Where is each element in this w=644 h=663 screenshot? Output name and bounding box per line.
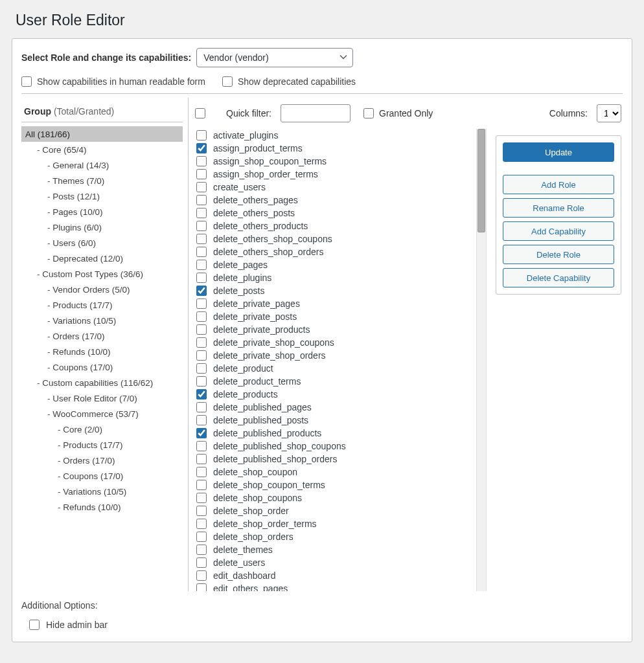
granted-only-option[interactable]: Granted Only — [363, 108, 433, 118]
capability-row: delete_pages — [195, 258, 476, 271]
quick-filter-input[interactable] — [281, 104, 351, 122]
group-node[interactable]: - Posts (12/1) — [43, 188, 183, 204]
granted-only-checkbox[interactable] — [363, 108, 374, 118]
select-role-label: Select Role and change its capabilities: — [21, 52, 191, 63]
capability-checkbox[interactable] — [196, 389, 207, 399]
group-node[interactable]: - General (14/3) — [43, 157, 183, 173]
capability-checkbox[interactable] — [196, 234, 207, 244]
role-select[interactable]: Vendor (vendor) — [196, 48, 353, 67]
update-button[interactable]: Update — [503, 142, 614, 162]
capability-row: delete_product — [195, 362, 476, 375]
group-node[interactable]: - Custom Post Types (36/6) — [33, 266, 183, 282]
capability-checkbox[interactable] — [196, 182, 207, 192]
group-node[interactable]: - Refunds (10/0) — [43, 344, 183, 359]
capability-label: delete_published_shop_coupons — [213, 441, 346, 451]
human-readable-option[interactable]: Show capabilities in human readable form — [21, 76, 205, 87]
capability-checkbox[interactable] — [196, 143, 207, 153]
scrollbar[interactable] — [476, 129, 487, 591]
delete-role-button[interactable]: Delete Role — [503, 245, 614, 264]
capability-checkbox[interactable] — [196, 337, 207, 348]
group-node[interactable]: - Refunds (10/0) — [54, 499, 183, 515]
group-node[interactable]: - Variations (10/5) — [54, 484, 183, 499]
group-node[interactable]: - Core (65/4) — [33, 142, 183, 157]
capability-label: assign_shop_coupon_terms — [213, 156, 327, 166]
group-node[interactable]: - Themes (7/0) — [43, 173, 183, 188]
group-node[interactable]: All (181/66) — [21, 126, 183, 142]
group-node[interactable]: - Plugins (6/0) — [43, 219, 183, 235]
capability-checkbox[interactable] — [196, 221, 207, 231]
capability-checkbox[interactable] — [196, 570, 207, 581]
capability-checkbox[interactable] — [196, 273, 207, 283]
group-node[interactable]: - Orders (17/0) — [43, 328, 183, 344]
capability-checkbox[interactable] — [196, 208, 207, 218]
hide-admin-bar-option[interactable]: Hide admin bar — [29, 620, 623, 630]
capability-checkbox[interactable] — [196, 532, 207, 542]
capability-row: delete_private_products — [195, 323, 476, 336]
add-role-button[interactable]: Add Role — [503, 175, 614, 194]
capability-checkbox[interactable] — [196, 376, 207, 387]
capability-label: delete_private_products — [213, 324, 310, 335]
group-node[interactable]: - Variations (10/5) — [43, 313, 183, 328]
capability-checkbox[interactable] — [196, 363, 207, 374]
capability-label: create_users — [213, 182, 266, 192]
scrollbar-thumb[interactable] — [477, 129, 485, 232]
capability-checkbox[interactable] — [196, 156, 207, 166]
capability-checkbox[interactable] — [196, 545, 207, 555]
capability-checkbox[interactable] — [196, 402, 207, 412]
group-node[interactable]: - Core (2/0) — [54, 421, 183, 437]
capability-checkbox[interactable] — [196, 247, 207, 257]
capability-checkbox[interactable] — [196, 286, 207, 296]
capability-checkbox[interactable] — [196, 583, 207, 591]
group-node[interactable]: - Users (6/0) — [43, 235, 183, 251]
group-node[interactable]: - User Role Editor (7/0) — [43, 390, 183, 406]
rename-role-button[interactable]: Rename Role — [503, 198, 614, 218]
capability-checkbox[interactable] — [196, 311, 207, 322]
capability-checkbox[interactable] — [196, 415, 207, 425]
capability-checkbox[interactable] — [196, 557, 207, 568]
capability-label: delete_others_posts — [213, 208, 295, 218]
capability-checkbox[interactable] — [196, 467, 207, 477]
group-node[interactable]: - Coupons (17/0) — [54, 468, 183, 484]
capability-label: activate_plugins — [213, 130, 278, 140]
group-node[interactable]: - Products (17/7) — [43, 297, 183, 313]
capability-checkbox[interactable] — [196, 519, 207, 529]
capability-checkbox[interactable] — [196, 506, 207, 516]
capability-row: delete_themes — [195, 543, 476, 556]
capability-label: assign_shop_order_terms — [213, 169, 318, 179]
capability-checkbox[interactable] — [196, 260, 207, 270]
capability-checkbox[interactable] — [196, 480, 207, 490]
capability-label: edit_dashboard — [213, 570, 276, 581]
group-node[interactable]: - Custom capabilities (116/62) — [33, 375, 183, 390]
capability-checkbox[interactable] — [196, 195, 207, 205]
group-node[interactable]: - Orders (17/0) — [54, 453, 183, 468]
group-node[interactable]: - Deprecated (12/0) — [43, 251, 183, 266]
capability-checkbox[interactable] — [196, 350, 207, 361]
editor-panel: Select Role and change its capabilities:… — [12, 38, 632, 642]
group-node[interactable]: - Products (17/7) — [54, 437, 183, 453]
group-node[interactable]: - Pages (10/0) — [43, 204, 183, 219]
deprecated-checkbox[interactable] — [222, 76, 233, 87]
capability-label: delete_plugins — [213, 273, 271, 283]
delete-capability-button[interactable]: Delete Capability — [503, 268, 614, 287]
select-all-checkbox[interactable] — [195, 108, 205, 118]
capability-checkbox[interactable] — [196, 493, 207, 503]
capability-checkbox[interactable] — [196, 441, 207, 451]
capability-checkbox[interactable] — [196, 454, 207, 464]
capability-row: delete_private_shop_orders — [195, 349, 476, 362]
capability-checkbox[interactable] — [196, 428, 207, 438]
hide-admin-bar-checkbox[interactable] — [29, 620, 40, 630]
capability-row: assign_shop_order_terms — [195, 168, 476, 181]
capability-row: delete_shop_coupons — [195, 491, 476, 504]
group-node[interactable]: - Coupons (17/0) — [43, 359, 183, 375]
capability-checkbox[interactable] — [196, 130, 207, 140]
capability-checkbox[interactable] — [196, 169, 207, 179]
capability-checkbox[interactable] — [196, 324, 207, 335]
capability-row: delete_published_pages — [195, 401, 476, 414]
columns-select[interactable]: 1 — [597, 104, 621, 122]
group-node[interactable]: - Vendor Orders (5/0) — [43, 282, 183, 297]
add-capability-button[interactable]: Add Capability — [503, 221, 614, 241]
group-node[interactable]: - WooCommerce (53/7) — [43, 406, 183, 421]
human-readable-checkbox[interactable] — [21, 76, 32, 87]
capability-checkbox[interactable] — [196, 298, 207, 309]
deprecated-option[interactable]: Show deprecated capabilities — [222, 76, 356, 87]
